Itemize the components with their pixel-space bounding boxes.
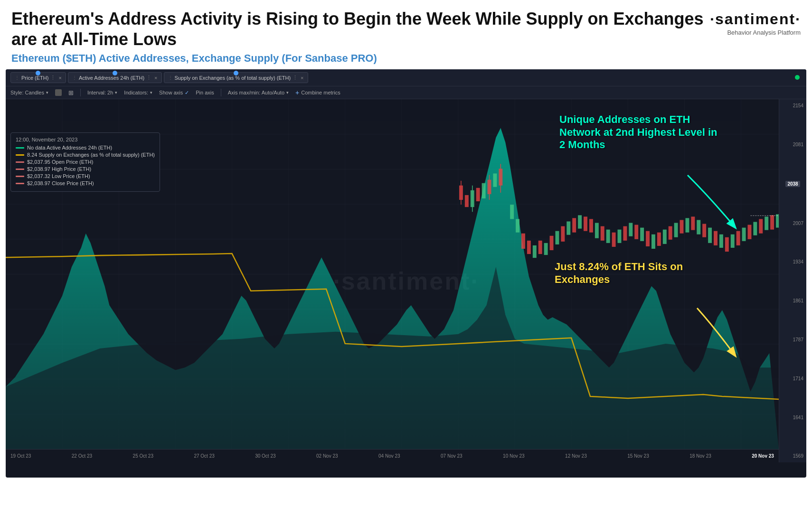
svg-rect-42 [550,236,554,250]
svg-rect-80 [765,217,768,230]
show-axis-toggle[interactable]: Show axis ✓ [159,90,189,96]
y-label-1569: 1569 [779,453,806,459]
show-axis-label: Show axis [159,90,183,95]
metric-tab-price[interactable]: ⋮ Price (ETH) ⋮ × [10,72,66,83]
svg-rect-49 [589,219,593,233]
svg-rect-45 [567,222,570,235]
options-icon-2[interactable]: ⋮ [146,75,151,81]
svg-rect-50 [595,223,599,238]
svg-rect-32 [493,174,497,187]
options-icon[interactable]: ⋮ [50,75,56,81]
metric-tab-active-addr[interactable]: ⋮ Active Addresses 24h (ETH) ⋮ × [68,72,162,83]
candle-icon[interactable]: ⊞ [68,89,74,96]
svg-rect-76 [742,228,746,241]
pin-axis-toggle[interactable]: Pin axis [196,90,214,95]
svg-rect-58 [640,228,644,241]
x-label-22oct: 22 Oct 23 [72,453,92,459]
svg-rect-46 [572,218,576,233]
annotation-unique-addresses: Unique Addresses on ETH Network at 2nd H… [559,113,721,151]
legend-label-low: $2,037.32 Low Price (ETH) [27,173,90,179]
close-icon[interactable]: × [58,75,61,81]
y-axis: 2154 2081 2038 2007 1934 1861 1787 1714 … [779,99,806,462]
axis-maxmin-selector[interactable]: Axis max/min: Auto/Auto ▾ [228,90,289,95]
annotation-arrow-cyan [683,170,740,234]
svg-rect-60 [651,235,655,249]
x-label-02nov: 02 Nov 23 [316,453,338,459]
pin-axis-label: Pin axis [196,90,214,95]
svg-rect-38 [527,241,531,254]
svg-rect-29 [482,183,486,198]
legend-row-2: 8.24 Supply on Exchanges (as % of total … [16,152,155,158]
legend-row-5: $2,037.32 Low Price (ETH) [16,173,155,179]
x-label-07nov: 07 Nov 23 [441,453,463,459]
x-label-10nov: 10 Nov 23 [503,453,525,459]
svg-rect-35 [510,205,514,219]
chart-toolbar: Style: Candles ▾ ⊞ Interval: 2h ▾ Indica… [6,86,806,99]
divider-1 [80,89,81,96]
style-label: Style: Candles [10,90,44,95]
chevron-down-icon: ▾ [46,90,48,95]
y-label-1934: 1934 [779,259,806,264]
x-label-20nov: 20 Nov 23 [752,453,774,459]
combine-metrics-button[interactable]: + Combine metrics [295,89,340,96]
close-icon-2[interactable]: × [154,75,157,81]
options-icon-3[interactable]: ⋮ [293,75,298,81]
style-selector[interactable]: Style: Candles ▾ [10,90,48,95]
svg-rect-48 [584,217,587,231]
svg-rect-41 [544,243,548,255]
drag-handle-icon: ⋮ [15,75,19,80]
brand-tagline: Behavior Analysis Platform [727,29,801,36]
svg-rect-47 [578,216,582,229]
green-status-dot [795,75,800,80]
x-label-15nov: 15 Nov 23 [627,453,649,459]
tab-indicator [36,71,40,75]
x-label-12nov: 12 Nov 23 [565,453,587,459]
svg-rect-51 [601,226,604,241]
subtitle: Ethereum ($ETH) Active Addresses, Exchan… [11,52,710,65]
svg-rect-64 [674,223,678,237]
legend-color-supply [16,154,24,156]
svg-rect-43 [555,231,559,244]
header: Ethereum's Address Activity is Rising to… [0,0,812,69]
svg-rect-78 [753,222,757,235]
divider-2 [221,89,221,96]
metric-tab-supply[interactable]: ⋮ Supply on Exchanges (as % of total sup… [164,72,308,83]
svg-rect-62 [663,230,667,244]
x-label-19oct: 19 Oct 23 [10,453,31,459]
y-label-1861: 1861 [779,298,806,303]
drag-handle-icon-3: ⋮ [168,75,173,80]
close-icon-3[interactable]: × [301,75,303,81]
svg-rect-28 [476,188,480,201]
svg-rect-57 [634,225,638,239]
svg-rect-73 [725,237,729,252]
color-swatch[interactable] [55,89,62,96]
header-text-block: Ethereum's Address Activity is Rising to… [11,9,710,65]
legend-row-3: $2,037.95 Open Price (ETH) [16,159,155,165]
tab-indicator-3 [234,71,238,75]
x-label-25oct: 25 Oct 23 [133,453,153,459]
svg-rect-39 [533,245,537,258]
y-label-1787: 1787 [779,337,806,342]
svg-rect-55 [623,226,627,241]
chevron-down-icon-2: ▾ [115,90,117,95]
legend-row-6: $2,038.97 Close Price (ETH) [16,180,155,186]
drag-handle-icon-2: ⋮ [72,75,77,80]
svg-rect-56 [629,223,633,236]
main-title: Ethereum's Address Activity is Rising to… [11,9,710,49]
legend-color-low [16,176,24,177]
svg-rect-54 [618,230,622,243]
svg-rect-59 [646,231,650,246]
brand-block: ·santiment· Behavior Analysis Platform [710,9,801,36]
legend-timestamp: 12:00, November 20, 2023 [16,137,155,142]
interval-selector[interactable]: Interval: 2h ▾ [87,90,117,95]
x-label-30oct: 30 Oct 23 [255,453,275,459]
plus-icon: + [295,89,299,96]
legend-label-high: $2,038.97 High Price (ETH) [27,166,91,172]
svg-rect-53 [612,233,616,247]
check-icon: ✓ [185,90,189,96]
y-label-2081: 2081 [779,142,806,147]
svg-rect-36 [516,219,519,233]
tab-label-price: Price (ETH) [21,75,48,81]
indicators-selector[interactable]: Indicators: ▾ [124,90,152,95]
tab-indicator-2 [113,71,117,75]
